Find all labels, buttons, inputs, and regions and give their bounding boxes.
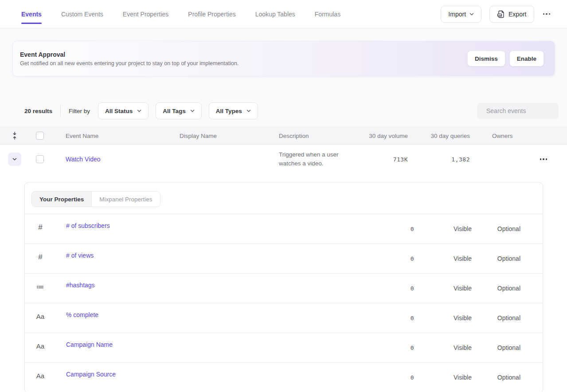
divider [60,105,61,117]
column-owners[interactable]: Owners [470,133,523,139]
event-queries: 1,382 [451,156,470,163]
property-requirement: Optional [472,255,543,262]
event-description: Triggered when a user watches a video. [279,151,339,167]
property-visibility: Visible [414,344,472,351]
property-requirement: Optional [472,374,543,381]
more-options-icon[interactable] [542,11,551,18]
active-tab-underline [21,23,42,24]
dismiss-button[interactable]: Dismiss [467,51,505,67]
nav-actions: Import csv Export [441,6,551,23]
property-name-link[interactable]: # of subscribers [66,222,110,229]
tab-lookup-tables[interactable]: Lookup Tables [255,9,295,20]
properties-tab-group: Your Properties Mixpanel Properties [31,191,160,207]
property-row: Aa % complete 0 Visible Optional [25,303,543,333]
property-requirement: Optional [472,344,543,351]
banner-description: Get notified on all new events entering … [20,60,467,67]
property-visibility: Visible [414,374,472,381]
select-all-checkbox[interactable] [36,132,44,140]
collapse-all-icon[interactable] [12,132,18,140]
properties-tabbar: Your Properties Mixpanel Properties [25,183,543,214]
results-count: 20 results [24,108,52,114]
chevron-down-icon [190,109,195,113]
enable-button[interactable]: Enable [509,51,544,67]
filter-by-label: Filter by [69,108,90,114]
property-row: Aa Campaign Name 0 Visible Optional [25,333,543,363]
property-value: 0 [411,255,414,262]
types-filter-dropdown[interactable]: All Types [209,102,258,119]
property-visibility: Visible [414,285,472,292]
property-value: 0 [411,226,414,232]
property-row: # # of subscribers 0 Visible Optional [25,214,543,244]
tab-mixpanel-properties[interactable]: Mixpanel Properties [92,192,160,207]
tab-event-properties[interactable]: Event Properties [123,9,169,20]
csv-file-icon: csv [497,10,505,18]
list-type-icon: ≔ [36,282,45,291]
tab-events[interactable]: Events [21,9,42,20]
property-value: 0 [411,315,414,321]
chevron-down-icon [137,109,141,113]
text-type-icon: Aa [36,313,44,320]
property-name-link[interactable]: # of views [66,252,94,259]
svg-text:csv: csv [498,14,501,16]
tab-custom-events[interactable]: Custom Events [61,9,103,20]
row-checkbox[interactable] [36,155,44,163]
column-display-name[interactable]: Display Name [173,133,272,139]
number-type-icon: # [38,253,42,261]
status-filter-dropdown[interactable]: All Status [98,102,149,119]
event-volume: 713K [393,156,408,163]
tags-filter-dropdown[interactable]: All Tags [156,102,202,119]
column-30-day-volume[interactable]: 30 day volume [357,133,408,139]
property-value: 0 [411,285,414,292]
property-name-link[interactable]: Campaign Name [66,341,113,348]
table-row: Watch Video Triggered when a user watche… [0,145,567,174]
chevron-down-icon [12,157,17,161]
banner-title: Event Approval [20,51,467,58]
column-30-day-queries[interactable]: 30 day queries [408,133,470,139]
banner-text: Event Approval Get notified on all new e… [20,51,467,67]
property-requirement: Optional [472,225,543,232]
import-label: Import [448,11,466,18]
property-name-link[interactable]: #hashtags [66,282,95,289]
text-type-icon: Aa [36,372,44,380]
tab-profile-properties[interactable]: Profile Properties [188,9,235,20]
event-name-link[interactable]: Watch Video [66,156,101,163]
tab-events-label: Events [21,11,42,18]
event-approval-banner: Event Approval Get notified on all new e… [12,41,555,76]
filter-dropdowns: All Status All Tags All Types [98,102,477,119]
text-type-icon: Aa [36,342,44,350]
property-requirement: Optional [472,314,543,321]
chevron-down-icon [469,12,474,16]
column-event-name[interactable]: Event Name [59,133,173,139]
export-label: Export [508,11,526,18]
chevron-down-icon [246,109,251,113]
property-value: 0 [411,374,414,381]
property-visibility: Visible [414,314,472,321]
top-navigation: Events Custom Events Event Properties Pr… [0,0,567,28]
banner-actions: Dismiss Enable [467,51,544,67]
search-input[interactable] [486,107,567,114]
collapse-row-button[interactable] [8,153,21,166]
tab-formulas[interactable]: Formulas [315,9,340,20]
table-header-row: Event Name Display Name Description 30 d… [0,127,567,145]
column-description[interactable]: Description [272,133,357,139]
property-name-link[interactable]: % complete [66,311,98,318]
property-visibility: Visible [414,225,472,232]
property-visibility: Visible [414,255,472,262]
number-type-icon: # [38,223,42,231]
property-row: Aa Campaign Source 0 Visible Optional [25,363,543,392]
property-value: 0 [411,345,414,351]
tab-your-properties[interactable]: Your Properties [32,192,92,207]
import-button[interactable]: Import [441,6,481,23]
filter-toolbar: 20 results Filter by All Status All Tags… [0,102,567,119]
properties-panel: Your Properties Mixpanel Properties # # … [24,182,543,392]
property-requirement: Optional [472,285,543,292]
property-row: # # of views 0 Visible Optional [25,244,543,274]
row-more-options-icon[interactable] [539,156,548,163]
property-name-link[interactable]: Campaign Source [66,371,116,378]
events-table: Event Name Display Name Description 30 d… [0,127,567,392]
lexicon-tabs: Events Custom Events Event Properties Pr… [21,9,441,20]
search-events-box[interactable] [477,103,559,119]
property-row: ≔ #hashtags 0 Visible Optional [25,274,543,303]
export-button[interactable]: csv Export [489,6,534,23]
